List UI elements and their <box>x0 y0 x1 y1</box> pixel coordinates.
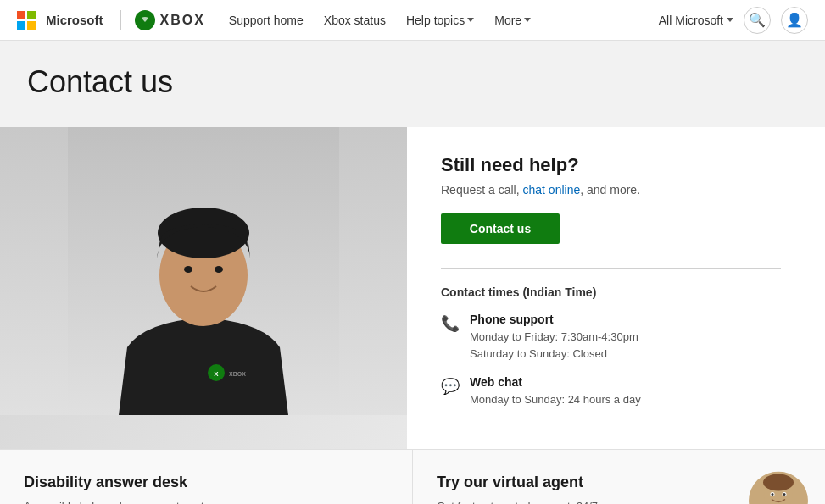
webchat-hours: Monday to Sunday: 24 hours a day <box>470 391 641 408</box>
svg-text:X: X <box>214 370 219 378</box>
svg-point-17 <box>763 474 794 490</box>
controller-image <box>319 493 395 505</box>
search-button[interactable]: 🔍 <box>744 7 771 34</box>
account-icon: 👤 <box>786 12 803 28</box>
disability-card-title: Disability answer desk <box>24 474 388 491</box>
phone-support-title: Phone support <box>470 313 638 326</box>
virtual-agent-title: Try our virtual agent <box>437 474 801 491</box>
svg-point-20 <box>772 493 774 496</box>
help-section: Still need help? Request a call, chat on… <box>407 127 798 449</box>
contact-us-button[interactable]: Contact us <box>441 213 560 244</box>
page-header: Contact us <box>0 41 825 127</box>
svg-point-6 <box>184 266 192 273</box>
nav-divider <box>120 10 121 30</box>
xbox-text: XBOX <box>160 13 205 28</box>
nav-right: All Microsoft 🔍 👤 <box>659 7 808 34</box>
hero-image: X XBOX <box>0 127 407 449</box>
disability-card-desc: Accessible help and resources to get you… <box>24 498 244 505</box>
microsoft-text: Microsoft <box>46 13 103 27</box>
ms-yellow-square <box>27 21 36 30</box>
webchat-title: Web chat <box>470 375 641 389</box>
request-text: Request a call, chat online, and more. <box>441 183 781 197</box>
phone-support-item: 📞 Phone support Monday to Friday: 7:30am… <box>441 313 781 362</box>
phone-hours-1: Monday to Friday: 7:30am-4:30pm <box>470 329 638 346</box>
help-topics-link[interactable]: Help topics <box>399 14 481 27</box>
chat-online-link[interactable]: chat online <box>523 183 581 197</box>
phone-hours-2: Saturday to Sunday: Closed <box>470 346 638 363</box>
agent-avatar-wrap <box>749 471 808 504</box>
adaptive-controller-svg <box>319 493 395 505</box>
still-need-help-title: Still need help? <box>441 154 781 176</box>
all-microsoft-chevron-icon <box>727 18 733 22</box>
agent-avatar-svg <box>749 471 808 504</box>
support-home-link[interactable]: Support home <box>222 14 310 27</box>
webchat-item: 💬 Web chat Monday to Sunday: 24 hours a … <box>441 375 781 408</box>
all-microsoft-button[interactable]: All Microsoft <box>659 14 733 27</box>
hero-person-image: X XBOX <box>0 127 407 415</box>
virtual-agent-desc: Get fast automated support, 24/7 <box>437 498 657 505</box>
xbox-status-link[interactable]: Xbox status <box>317 14 393 27</box>
bottom-cards: Disability answer desk Accessible help a… <box>0 449 825 505</box>
xbox-icon <box>135 10 155 30</box>
more-link[interactable]: More <box>488 14 538 27</box>
chat-icon: 💬 <box>441 377 460 396</box>
ms-red-square <box>17 11 25 19</box>
account-button[interactable]: 👤 <box>781 7 808 34</box>
microsoft-logo[interactable] <box>17 11 36 30</box>
ms-blue-square <box>17 21 25 30</box>
disability-card[interactable]: Disability answer desk Accessible help a… <box>0 450 413 505</box>
navbar: Microsoft XBOX Support home Xbox status … <box>0 0 825 41</box>
more-chevron-icon <box>524 18 531 22</box>
page-title: Contact us <box>27 64 798 100</box>
person-svg: X XBOX <box>68 127 339 415</box>
ms-green-square <box>27 11 36 19</box>
contact-times-title: Contact times (Indian Time) <box>441 285 781 299</box>
section-divider <box>441 268 781 269</box>
search-icon: 🔍 <box>749 12 766 28</box>
phone-icon: 📞 <box>441 314 460 333</box>
svg-text:XBOX: XBOX <box>229 371 246 377</box>
help-topics-chevron-icon <box>467 18 474 22</box>
virtual-agent-card[interactable]: Try our virtual agent Get fast automated… <box>413 450 825 505</box>
svg-point-7 <box>215 266 223 273</box>
svg-point-21 <box>783 493 786 496</box>
xbox-logo[interactable]: XBOX <box>135 10 205 30</box>
main-content: X XBOX Still need help? Request a call, … <box>0 127 825 449</box>
